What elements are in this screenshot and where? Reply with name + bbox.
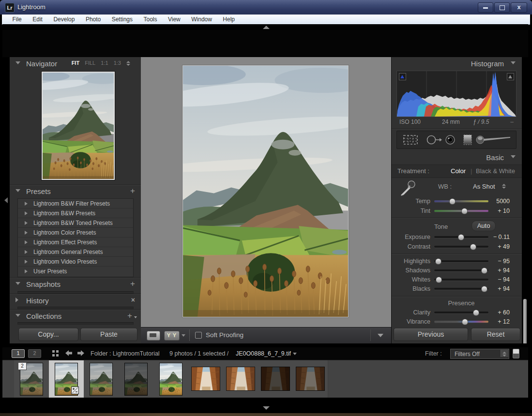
preset-item-video[interactable]: Lightroom Video Presets	[18, 257, 133, 267]
preset-item-general[interactable]: Lightroom General Presets	[18, 247, 133, 257]
collapse-filmstrip-arrow[interactable]	[263, 406, 270, 410]
filmstrip-thumbnail-8[interactable]	[258, 360, 293, 398]
add-collection-icon[interactable]: +	[127, 311, 132, 321]
paste-button[interactable]: Paste	[80, 328, 137, 341]
filmstrip-thumbnail-3[interactable]	[84, 360, 119, 398]
blacks-slider[interactable]	[434, 288, 488, 290]
tint-slider-knob[interactable]	[461, 208, 468, 214]
vibrance-slider-knob[interactable]	[462, 319, 468, 325]
zoom-1-1[interactable]: 1:1	[101, 60, 108, 66]
contrast-slider-knob[interactable]	[470, 244, 476, 250]
presets-header[interactable]: Presets +	[10, 185, 141, 197]
thumbnail-image[interactable]	[124, 363, 148, 396]
menu-photo[interactable]: Photo	[81, 15, 105, 23]
thumbnail-image[interactable]	[159, 363, 182, 396]
temp-slider-knob[interactable]	[449, 198, 456, 205]
shadows-slider[interactable]	[434, 269, 488, 271]
wb-eyedropper-icon[interactable]	[398, 179, 417, 197]
filmstrip-thumbnail-2-selected[interactable]	[49, 360, 84, 398]
next-photo-arrow-icon[interactable]	[76, 350, 85, 357]
title-bar[interactable]: Lr Lightroom x	[0, 0, 532, 15]
clarity-slider-knob[interactable]	[473, 310, 479, 316]
minimize-button[interactable]	[478, 2, 493, 13]
close-button[interactable]: x	[511, 2, 527, 13]
filmstrip-thumbnail-5[interactable]	[153, 360, 189, 398]
clarity-slider[interactable]	[434, 312, 488, 313]
temp-slider[interactable]	[434, 200, 488, 202]
second-window-button[interactable]: 2	[28, 349, 41, 358]
filter-dropdown[interactable]: Filters Off	[450, 349, 509, 359]
thumbnail-image[interactable]	[261, 367, 290, 391]
whites-slider[interactable]	[434, 279, 488, 281]
contrast-slider[interactable]	[434, 246, 488, 248]
menu-view[interactable]: View	[164, 15, 185, 23]
toolbar-options-chevron-icon[interactable]	[378, 334, 383, 337]
adjustments-badge-icon[interactable]	[71, 386, 79, 394]
thumbnail-image[interactable]	[296, 367, 325, 391]
filmstrip-thumbnail-9[interactable]	[293, 360, 328, 398]
preset-item-color[interactable]: Lightroom Color Presets	[18, 228, 133, 238]
thumbnail-image[interactable]	[90, 363, 113, 396]
main-window-button[interactable]: 1	[12, 349, 25, 358]
filename-caret-icon[interactable]	[293, 353, 297, 355]
histogram-header[interactable]: Histogram	[392, 57, 522, 70]
menu-edit[interactable]: Edit	[28, 15, 47, 23]
menu-settings[interactable]: Settings	[107, 15, 137, 23]
menu-file[interactable]: File	[8, 15, 26, 23]
zoom-fit[interactable]: FIT	[72, 60, 80, 66]
preset-item-effect[interactable]: Lightroom Effect Presets	[18, 238, 133, 247]
preset-item-user[interactable]: User Presets	[18, 267, 133, 276]
whites-slider-knob[interactable]	[436, 277, 442, 283]
exposure-slider-knob[interactable]	[458, 234, 464, 240]
auto-tone-button[interactable]: Auto	[471, 221, 496, 231]
preset-item-bw[interactable]: Lightroom B&W Presets	[18, 208, 133, 218]
menu-window[interactable]: Window	[187, 15, 216, 23]
folder-breadcrumb[interactable]: Folder : LightroomTutorial	[91, 350, 160, 357]
before-after-caret-icon[interactable]	[182, 334, 185, 337]
wb-value[interactable]: As Shot	[473, 183, 495, 190]
zoom-1-3[interactable]: 1:3	[114, 60, 121, 66]
highlights-slider[interactable]	[434, 260, 488, 262]
stack-count-badge[interactable]: 2	[18, 362, 27, 370]
grid-view-icon[interactable]	[52, 350, 59, 357]
navigator-header[interactable]: Navigator FIT FILL 1:1 1:3	[10, 57, 141, 70]
filter-dropdown-caret-icon[interactable]	[501, 350, 508, 357]
treatment-color-option[interactable]: Color	[451, 167, 466, 175]
highlight-clipping-indicator[interactable]	[507, 73, 514, 80]
selected-filename[interactable]: JE0O0888_6_7_9.tif	[236, 350, 291, 357]
filter-toggle-switch[interactable]	[513, 349, 519, 358]
highlights-slider-knob[interactable]	[435, 258, 441, 265]
soft-proofing-checkbox[interactable]	[195, 332, 202, 339]
history-header[interactable]: History ×	[10, 294, 141, 307]
shadow-clipping-indicator[interactable]	[399, 73, 406, 80]
zoom-fill[interactable]: FILL	[85, 60, 95, 66]
snapshots-header[interactable]: Snapshots +	[10, 278, 141, 290]
collections-header[interactable]: Collections +	[10, 310, 141, 322]
main-photo[interactable]	[182, 65, 349, 317]
filmstrip-thumbnail-7[interactable]	[223, 360, 258, 398]
loupe-view-icon[interactable]	[147, 331, 160, 341]
right-panel-scrollbar[interactable]	[523, 299, 527, 345]
vibrance-slider[interactable]	[434, 321, 488, 323]
previous-button[interactable]: Previous	[394, 328, 468, 341]
menu-tools[interactable]: Tools	[139, 15, 162, 23]
treatment-bw-option[interactable]: Black & White	[476, 167, 515, 175]
clear-history-icon[interactable]: ×	[131, 296, 135, 304]
add-preset-icon[interactable]: +	[130, 186, 135, 196]
collapse-left-panel-arrow[interactable]	[4, 197, 8, 203]
zoom-swap-icon[interactable]	[126, 61, 130, 66]
filmstrip-thumbnail-1[interactable]: 2	[14, 360, 49, 398]
thumbnail-image[interactable]	[226, 367, 255, 391]
filmstrip-thumbnail-4[interactable]	[119, 360, 154, 398]
before-after-icon[interactable]: Y Y	[164, 331, 180, 341]
reset-button[interactable]: Reset	[471, 328, 520, 341]
basic-header[interactable]: Basic	[392, 151, 522, 163]
preset-item-bw-filter[interactable]: Lightroom B&W Filter Presets	[18, 199, 133, 208]
preset-item-bw-toned[interactable]: Lightroom B&W Toned Presets	[18, 218, 133, 228]
copy-button[interactable]: Copy...	[18, 328, 78, 341]
wb-select-caret-icon[interactable]	[502, 184, 506, 189]
maximize-button[interactable]	[494, 2, 510, 13]
histogram-chart[interactable]	[396, 71, 517, 117]
tint-slider[interactable]	[434, 210, 488, 212]
add-snapshot-icon[interactable]: +	[130, 279, 135, 289]
